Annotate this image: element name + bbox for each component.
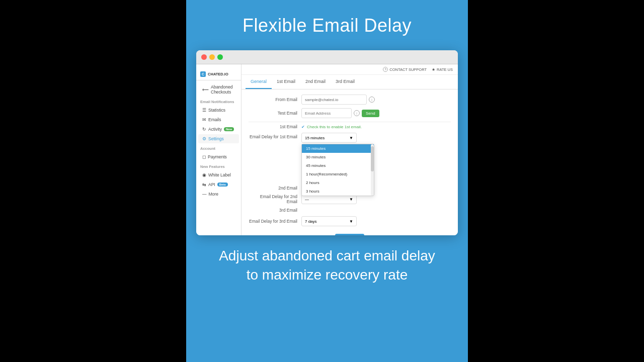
activity-badge: New: [224, 127, 234, 131]
statistics-icon: ☰: [202, 108, 206, 113]
emails-icon: ✉: [202, 117, 206, 122]
main-area: ? CONTACT SUPPORT ★ RATE US General 1st …: [242, 64, 458, 235]
traffic-lights: [201, 54, 223, 60]
dropdown-option-15min[interactable]: 15 minutes: [302, 144, 374, 153]
email-delay-3rd-label: Email Delay for 3rd Email: [249, 219, 301, 224]
from-email-info-icon[interactable]: i: [369, 97, 375, 103]
sidebar-item-emails[interactable]: ✉ Emails: [198, 115, 239, 124]
tab-2nd-email[interactable]: 2nd Email: [300, 75, 331, 89]
close-button-icon[interactable]: [201, 54, 207, 60]
center-panel: Flexible Email Delay C CHATED.IO ⟵ Aband…: [186, 0, 468, 362]
divider-1: [249, 122, 451, 122]
section-title-email: Email Notifications: [196, 97, 241, 105]
sidebar-item-settings[interactable]: ⚙ Settings: [198, 134, 239, 143]
email-delay-1st-label: Email Delay for 1st Email: [249, 133, 301, 139]
sidebar-item-api[interactable]: ⇆ API Beta: [198, 180, 239, 189]
tab-1st-email[interactable]: 1st Email: [272, 75, 300, 89]
help-icon: ?: [383, 67, 388, 72]
delay-3rd-value: 7 days: [305, 219, 317, 224]
third-email-label: 3rd Email: [249, 208, 301, 213]
api-label: API: [208, 182, 215, 187]
dropdown-option-2hr[interactable]: 2 hours: [302, 178, 374, 187]
sidebar-logo: C CHATED.IO: [196, 68, 241, 80]
first-email-row: 1st Email ✔ Check this to enable 1st ema…: [249, 124, 451, 129]
settings-label: Settings: [208, 136, 224, 141]
first-email-checkbox-label: Check this to enable 1st email.: [307, 125, 362, 129]
sidebar-item-statistics[interactable]: ☰ Statistics: [198, 106, 239, 115]
section-title-account: Account: [196, 144, 241, 152]
from-email-input[interactable]: [301, 95, 367, 105]
second-email-label: 2nd Email: [249, 186, 301, 191]
send-button[interactable]: Send: [362, 110, 379, 117]
save-button[interactable]: 💾 SAVE: [335, 234, 365, 235]
whitelabel-label: White Label: [208, 172, 231, 177]
delay-2nd-value: —: [305, 197, 309, 202]
dropdown-option-1hr[interactable]: 1 hour(Recommended): [302, 170, 374, 178]
from-email-row: From Email i: [249, 95, 451, 105]
maximize-button-icon[interactable]: [217, 54, 223, 60]
sidebar-item-more[interactable]: — More: [198, 190, 239, 199]
emails-label: Emails: [208, 117, 221, 122]
api-icon: ⇆: [202, 182, 206, 187]
first-email-checkbox-row: ✔ Check this to enable 1st email.: [301, 125, 362, 129]
payments-icon: ◻: [202, 154, 206, 159]
test-email-input[interactable]: [301, 108, 352, 118]
test-email-row: Test Email i Send: [249, 108, 451, 118]
contact-support-button[interactable]: ? CONTACT SUPPORT: [383, 67, 427, 72]
email-delay-2nd-label: Email Delay for 2nd Email: [249, 194, 301, 204]
activity-icon: ↻: [202, 127, 206, 132]
dropdown-selected-value[interactable]: 15 minutes ▼: [301, 133, 357, 143]
minimize-button-icon[interactable]: [209, 54, 215, 60]
scrollbar-thumb: [371, 146, 374, 171]
dropdown-option-30min[interactable]: 30 minutes: [302, 153, 374, 161]
email-delay-3rd-row: Email Delay for 3rd Email 7 days ▼: [249, 216, 451, 226]
subtitle-text: Adjust abandoned cart email delay to max…: [211, 246, 443, 285]
dropdown-option-45min[interactable]: 45 minutes: [302, 161, 374, 170]
more-label: More: [209, 192, 218, 197]
dropdown-3rd-chevron: ▼: [349, 219, 353, 224]
statistics-label: Statistics: [208, 108, 225, 113]
star-icon: ★: [432, 67, 435, 72]
sidebar: C CHATED.IO ⟵ Abandoned Checkouts Email …: [196, 64, 242, 235]
dropdown-2nd-chevron: ▼: [349, 197, 353, 202]
dropdown-current: 15 minutes: [305, 136, 325, 140]
logo-text: CHATED.IO: [208, 72, 228, 76]
test-email-info-icon[interactable]: i: [354, 110, 360, 116]
third-email-row: 3rd Email: [249, 208, 451, 213]
form-content: From Email i Test Email i Send: [242, 89, 458, 235]
sidebar-breadcrumb[interactable]: ⟵ Abandoned Checkouts: [198, 82, 239, 97]
right-margin: [468, 0, 644, 362]
browser-window: C CHATED.IO ⟵ Abandoned Checkouts Email …: [196, 50, 458, 235]
sidebar-item-activity[interactable]: ↻ Activity New: [198, 125, 239, 134]
dropdown-list: 15 minutes 30 minutes 45 minutes 1 hour(…: [301, 144, 374, 196]
more-icon: —: [202, 192, 207, 197]
tab-3rd-email[interactable]: 3rd Email: [331, 75, 360, 89]
email-delay-1st-dropdown[interactable]: 15 minutes ▼ 15 minutes 30 minutes 45 mi…: [301, 133, 357, 143]
whitelabel-icon: ◉: [202, 172, 206, 177]
breadcrumb-label: Abandoned Checkouts: [211, 84, 235, 95]
settings-icon: ⚙: [202, 136, 206, 141]
email-delay-3rd-dropdown[interactable]: 7 days ▼: [301, 216, 357, 226]
left-margin: [0, 0, 186, 362]
from-email-label: From Email: [249, 97, 301, 102]
sidebar-item-whitelabel[interactable]: ◉ White Label: [198, 170, 239, 179]
dropdown-chevron: ▼: [349, 136, 353, 140]
main-title: Flexible Email Delay: [243, 15, 412, 36]
browser-titlebar: [196, 50, 458, 64]
tabs-bar: General 1st Email 2nd Email 3rd Email: [242, 75, 458, 89]
section-title-features: New Features: [196, 162, 241, 170]
test-email-label: Test Email: [249, 111, 301, 116]
payments-label: Payments: [208, 154, 227, 159]
dropdown-option-3hr[interactable]: 3 hours: [302, 187, 374, 196]
browser-content: C CHATED.IO ⟵ Abandoned Checkouts Email …: [196, 64, 458, 235]
breadcrumb-icon: ⟵: [202, 87, 209, 92]
activity-label: Activity: [208, 127, 222, 132]
email-delay-1st-row: Email Delay for 1st Email 15 minutes ▼ 1…: [249, 133, 451, 143]
save-row: 💾 SAVE: [249, 230, 451, 235]
tab-general[interactable]: General: [246, 75, 272, 89]
api-badge: Beta: [217, 183, 228, 187]
first-email-label: 1st Email: [249, 124, 301, 129]
dropdown-scrollbar: [371, 144, 374, 196]
sidebar-item-payments[interactable]: ◻ Payments: [198, 152, 239, 161]
rate-us-button[interactable]: ★ RATE US: [432, 67, 453, 72]
